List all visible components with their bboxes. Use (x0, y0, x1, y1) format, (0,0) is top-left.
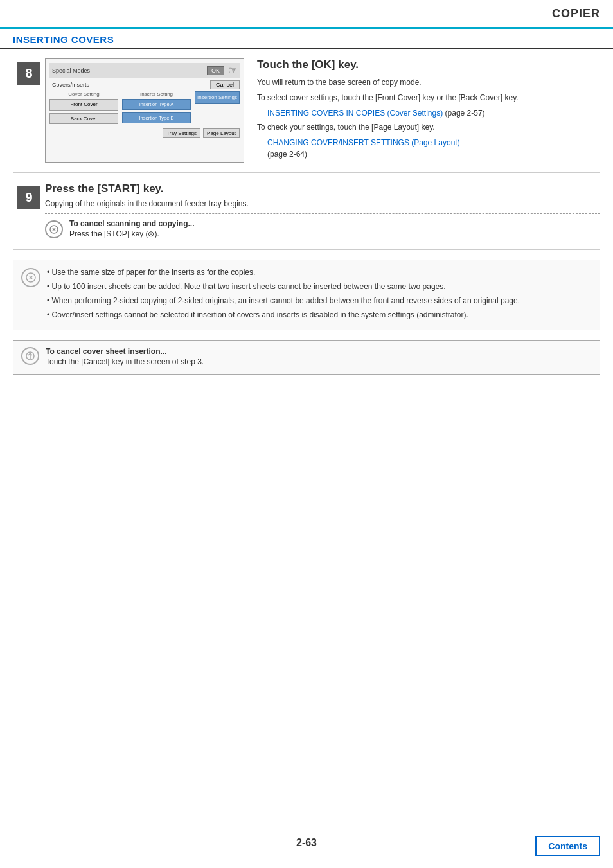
cancel-icon (21, 347, 39, 365)
screen-insertion-type-b-btn[interactable]: Insertion Type B (122, 112, 191, 123)
step-9-content: Press the [START] key. Copying of the or… (45, 182, 600, 240)
page-number: 2-63 (296, 837, 317, 849)
page-title: INSERTING COVERS (13, 34, 114, 45)
step-8-screen-mockup: Special Modes OK ☞ Covers/Inserts Cancel… (45, 58, 244, 163)
screen-sections: Cover Setting Front Cover Back Cover Ins… (49, 91, 240, 126)
header-title: COPIER (552, 7, 600, 21)
step-8-text: Touch the [OK] key. You will return to t… (257, 58, 600, 163)
screen-ok-btn[interactable]: OK (207, 66, 224, 75)
step-8-content: Special Modes OK ☞ Covers/Inserts Cancel… (45, 58, 600, 163)
step-9-desc: Copying of the originals in the document… (45, 199, 600, 208)
info-content: • Use the same size of paper for the ins… (47, 267, 592, 323)
screen-tray-settings-btn[interactable]: Tray Settings (163, 128, 200, 138)
step-8-number: 8 (17, 62, 40, 85)
info-bullet-4: • Cover/insert settings cannot be select… (47, 309, 592, 321)
footer: 2-63 (0, 837, 613, 849)
info-bullet-1: • Use the same size of paper for the ins… (47, 267, 592, 278)
info-icon (21, 268, 40, 287)
screen-inserts-setting-label: Inserts Setting (122, 91, 191, 97)
screen-page-layout-btn[interactable]: Page Layout (203, 128, 240, 138)
top-header: COPIER (0, 0, 613, 29)
screen-front-cover-btn[interactable]: Front Cover (49, 99, 118, 111)
dashed-divider (45, 213, 600, 214)
screen-back-cover-btn[interactable]: Back Cover (49, 113, 118, 125)
step-8-section: 8 Special Modes OK ☞ Covers/Inserts Canc… (13, 49, 600, 173)
cancel-content: To cancel cover sheet insertion... Touch… (46, 347, 592, 368)
screen-cancel-btn[interactable]: Cancel (210, 80, 240, 89)
info-bullet-3: • When performing 2-sided copying of 2-s… (47, 295, 592, 306)
note-title: To cancel scanning and copying... (69, 219, 600, 228)
step-8-desc2: To select cover settings, touch the [Fro… (257, 92, 600, 103)
screen-inserts-col: Inserts Setting Insertion Type A Inserti… (122, 91, 191, 126)
page-title-bar: INSERTING COVERS (0, 29, 613, 49)
step-9-title: Press the [START] key. (45, 182, 600, 195)
step-9-number: 9 (17, 186, 40, 209)
screen-top-bar: Special Modes OK ☞ (49, 63, 240, 78)
step-8-desc3: To check your settings, touch the [Page … (257, 121, 600, 133)
cancel-box: To cancel cover sheet insertion... Touch… (13, 340, 600, 375)
contents-button[interactable]: Contents (535, 836, 600, 856)
screen-special-modes-label: Special Modes (52, 67, 90, 74)
note-icon (45, 220, 63, 238)
note-text: Press the [STOP] key (⊙). (69, 228, 600, 240)
step-9-section: 9 Press the [START] key. Copying of the … (13, 173, 600, 250)
cancel-text: Touch the [Cancel] key in the screen of … (46, 356, 592, 368)
screen-cover-col: Cover Setting Front Cover Back Cover (49, 91, 118, 126)
screen-right-col: Insertion Settings (195, 91, 240, 126)
step-8-link1: INSERTING COVERS IN COPIES (Cover Settin… (267, 107, 600, 119)
note-row: To cancel scanning and copying... Press … (45, 219, 600, 240)
step-8-link2-anchor[interactable]: CHANGING COVER/INSERT SETTINGS (Page Lay… (267, 138, 460, 147)
screen-covers-row: Covers/Inserts Cancel (49, 80, 240, 89)
step-8-number-col: 8 (13, 58, 45, 163)
screen-insertion-type-a-btn[interactable]: Insertion Type A (122, 99, 191, 110)
screen-bottom-row: Tray Settings Page Layout (49, 128, 240, 138)
screen-covers-inserts-label: Covers/Inserts (49, 80, 92, 89)
screen-cover-setting-label: Cover Setting (49, 91, 118, 97)
step-8-link1-anchor[interactable]: INSERTING COVERS IN COPIES (Cover Settin… (267, 109, 443, 118)
main-content: 8 Special Modes OK ☞ Covers/Inserts Canc… (0, 49, 613, 375)
screen-insertion-settings-btn[interactable]: Insertion Settings (195, 91, 240, 104)
note-text-block: To cancel scanning and copying... Press … (69, 219, 600, 240)
info-bullet-2: • Up to 100 insert sheets can be added. … (47, 281, 592, 292)
info-box: • Use the same size of paper for the ins… (13, 260, 600, 330)
step-8-title: Touch the [OK] key. (257, 58, 600, 71)
step-9-number-col: 9 (13, 182, 45, 240)
screen-cursor-icon: ☞ (228, 64, 237, 76)
step-8-desc1: You will return to the base screen of co… (257, 76, 600, 88)
step-8-link2: CHANGING COVER/INSERT SETTINGS (Page Lay… (267, 137, 600, 160)
cancel-title: To cancel cover sheet insertion... (46, 347, 592, 356)
